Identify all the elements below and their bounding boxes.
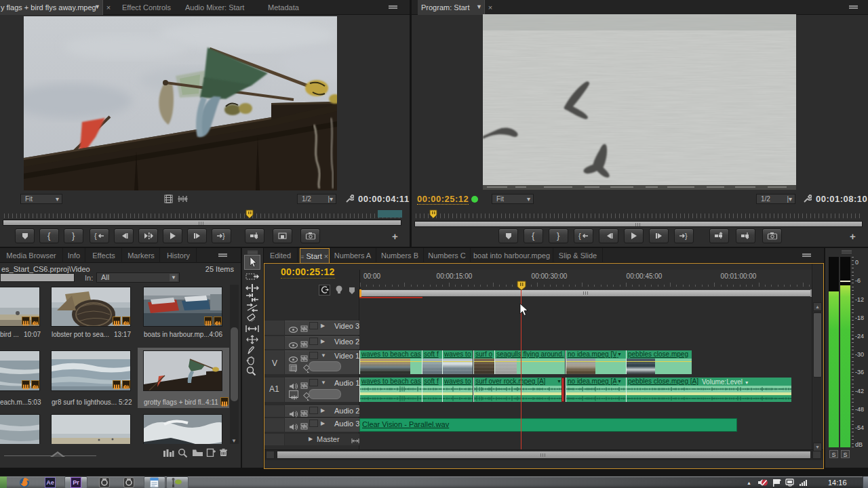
svg-text:{: { — [532, 231, 535, 241]
svg-text:{: { — [47, 231, 51, 241]
svg-text:}: } — [72, 231, 75, 241]
svg-text:}: } — [222, 232, 225, 240]
svg-text:{: { — [94, 232, 97, 240]
svg-text:}: } — [557, 231, 560, 241]
svg-text:{: { — [578, 232, 581, 240]
svg-text:}: } — [685, 232, 688, 240]
